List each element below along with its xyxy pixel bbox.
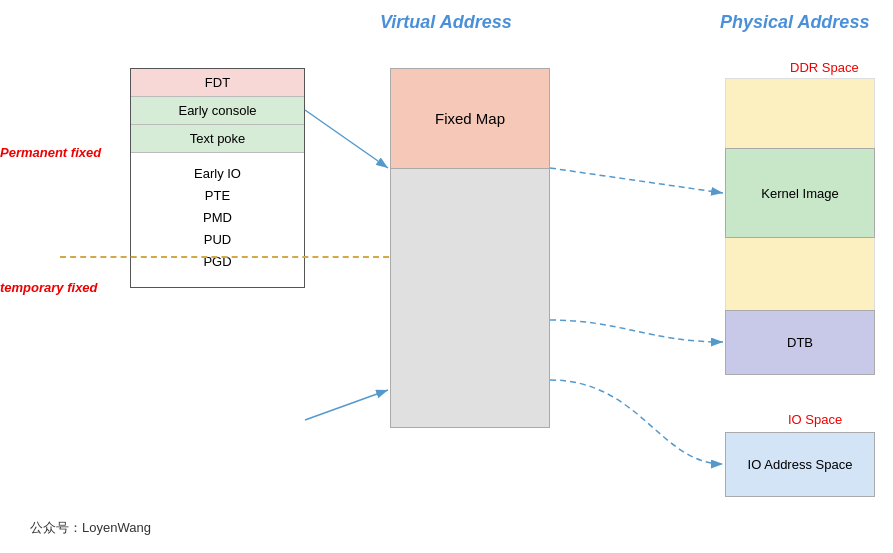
- text-poke-item: Text poke: [131, 125, 304, 153]
- fixed-map-label: Fixed Map: [391, 69, 549, 169]
- svg-line-2: [305, 110, 388, 168]
- permanent-fixed-label: Permanent fixed: [0, 145, 101, 160]
- virtual-address-label: Virtual Address: [380, 12, 512, 33]
- svg-line-4: [550, 168, 723, 193]
- io-space-label: IO Space: [788, 412, 842, 427]
- footer-text: 公众号：LoyenWang: [30, 519, 151, 537]
- early-console-item: Early console: [131, 97, 304, 125]
- temp-items: Early IOPTEPMDPUDPGD: [131, 153, 304, 287]
- fixed-map-box: Fixed Map: [390, 68, 550, 428]
- temporary-fixed-label: temporary fixed: [0, 280, 98, 295]
- fdt-item: FDT: [131, 69, 304, 97]
- io-address-space-box: IO Address Space: [725, 432, 875, 497]
- ddr-space-label: DDR Space: [790, 60, 859, 75]
- svg-line-3: [305, 390, 388, 420]
- fixed-map-lower: [391, 169, 549, 427]
- dtb-box: DTB: [725, 310, 875, 375]
- diagram-container: Virtual Address Physical Address FDT Ear…: [0, 0, 893, 553]
- kernel-image-box: Kernel Image: [725, 148, 875, 238]
- physical-address-label: Physical Address: [720, 12, 869, 33]
